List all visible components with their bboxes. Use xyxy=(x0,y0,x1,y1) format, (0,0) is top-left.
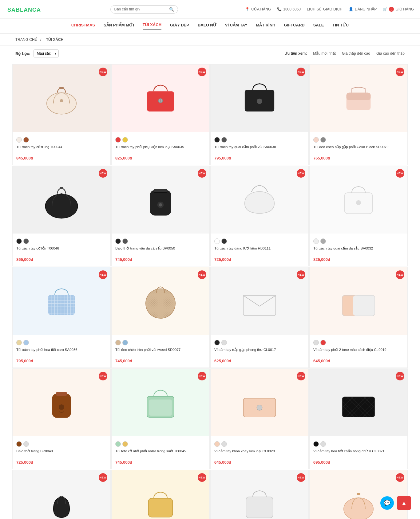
product-price: 625,000đ xyxy=(214,359,305,363)
nav-item-christmas[interactable]: CHRISTMAS xyxy=(71,23,95,29)
color-swatch[interactable] xyxy=(214,137,220,143)
product-card[interactable]: NEW Túi đeo chéo nắp gập phối Color Bloc… xyxy=(309,64,408,165)
color-swatch[interactable] xyxy=(221,340,227,345)
priority-label: Ưu tiên xem: xyxy=(284,51,307,56)
product-name: Túi xách tay cỡ lớn T00046 xyxy=(16,246,107,256)
logo[interactable]: SABLANCA xyxy=(6,3,43,15)
product-image-wrap: NEW xyxy=(211,166,308,234)
login-action[interactable]: 👤 ĐĂNG NHẬP xyxy=(349,7,377,11)
color-swatch[interactable] xyxy=(122,340,128,345)
product-image xyxy=(139,178,182,222)
product-image-wrap: NEW xyxy=(310,166,407,234)
color-swatch[interactable] xyxy=(16,441,22,447)
product-card[interactable]: NEW Túi xách tay quai cầm phối vải SA003… xyxy=(210,64,309,165)
product-card[interactable]: NEW Túi xách tay quai cầm đa sắc SA0032 … xyxy=(309,166,408,266)
color-swatch[interactable] xyxy=(23,340,29,345)
color-swatch[interactable] xyxy=(214,340,220,345)
color-swatch[interactable] xyxy=(313,137,319,143)
color-swatch[interactable] xyxy=(16,137,22,143)
color-swatch[interactable] xyxy=(23,441,29,447)
filter-select-wrap: Màu sắc xyxy=(34,49,59,57)
product-card[interactable]: NEW Balo thời trang vân da cá sấu BP0050… xyxy=(111,166,210,266)
product-card[interactable]: NEW Túi xách... xyxy=(12,470,111,519)
color-swatch[interactable] xyxy=(23,137,29,143)
product-image xyxy=(337,381,380,425)
color-swatch[interactable] xyxy=(320,441,326,447)
product-card[interactable]: NEW Túi xách... xyxy=(309,470,408,519)
color-swatch[interactable] xyxy=(115,441,121,447)
history-action[interactable]: LỊCH SỬ GIAO DỊCH xyxy=(307,7,343,11)
svg-rect-13 xyxy=(60,187,63,189)
product-name: Ví cầm tay nắp gập phong thư CL0017 xyxy=(214,347,305,357)
product-info: Túi xách tay phối hoa tiết caro SA0036 7… xyxy=(13,335,110,368)
store-action[interactable]: 📍 CỬA HÀNG xyxy=(245,7,271,11)
product-image-wrap: NEW xyxy=(112,470,209,519)
phone-action[interactable]: 📞 1800 6050 xyxy=(277,7,301,11)
color-filter-select[interactable]: Màu sắc xyxy=(34,49,59,57)
product-card[interactable]: NEW Túi xách tay dáng lưới liêm HB0111 7… xyxy=(210,166,309,266)
nav-item-tin-tuc[interactable]: TIN TỨC xyxy=(332,23,349,29)
color-swatch[interactable] xyxy=(214,441,220,447)
sort-price-desc[interactable]: Giá cao đến thấp xyxy=(376,51,405,56)
color-swatch[interactable] xyxy=(221,238,227,244)
product-image xyxy=(337,77,380,120)
color-swatch[interactable] xyxy=(23,238,29,244)
nav-item-new[interactable]: SẢN PHẨM MỚI xyxy=(104,23,134,29)
color-swatch[interactable] xyxy=(115,238,121,244)
product-card[interactable]: NEW Túi xách tay phối phụ kiện kim loại … xyxy=(111,64,210,165)
product-card[interactable]: NEW Balo thời trang BP0049 725,000đ xyxy=(12,368,111,469)
color-swatch[interactable] xyxy=(115,340,121,345)
search-icon[interactable]: 🔍 xyxy=(169,7,174,12)
product-card[interactable]: NEW Ví cầm tay khóa xoay kim loại CL0020… xyxy=(210,368,309,469)
sort-newest[interactable]: Mẫu mới nhất xyxy=(313,51,336,56)
nav-item-tui-xach[interactable]: TÚI XÁCH xyxy=(143,22,161,29)
product-name: Túi đeo chéo tròn phối vải tweed SD0077 xyxy=(115,347,206,357)
color-swatch[interactable] xyxy=(16,238,22,244)
nav-item-balo-nu[interactable]: BALO NỮ xyxy=(198,23,216,29)
product-card[interactable]: NEW Túi xách tay cỡ lớn T00046 865,000đ xyxy=(12,166,111,266)
cart-action[interactable]: 🛒 0 GIỎ HÀNG xyxy=(383,7,414,12)
nav-item-giftcard[interactable]: GIFTCARD xyxy=(284,23,305,29)
color-swatches xyxy=(16,137,107,143)
color-swatch[interactable] xyxy=(320,137,326,143)
nav-item-sale[interactable]: SALE xyxy=(313,23,324,29)
product-card[interactable]: NEW Túi tote cỡ nhỏ phối nhựa trong suốt… xyxy=(111,368,210,469)
nav-item-mat-kinh[interactable]: MẮT KÍNH xyxy=(256,23,275,29)
color-swatch[interactable] xyxy=(313,238,319,244)
svg-point-2 xyxy=(47,92,76,114)
color-swatch[interactable] xyxy=(221,137,227,143)
color-swatch[interactable] xyxy=(214,238,220,244)
product-image xyxy=(139,381,182,425)
nav-item-vi-cam-tay[interactable]: VÍ CẦM TAY xyxy=(225,23,248,29)
color-swatch[interactable] xyxy=(221,441,227,447)
product-card[interactable]: NEW Túi xách... xyxy=(111,470,210,519)
color-swatch[interactable] xyxy=(122,441,128,447)
color-swatch[interactable] xyxy=(115,137,121,143)
color-swatch[interactable] xyxy=(122,238,128,244)
chat-button[interactable]: 💬 xyxy=(380,496,394,510)
breadcrumb-home[interactable]: TRANG CHỦ xyxy=(15,37,38,42)
color-swatch[interactable] xyxy=(313,441,319,447)
color-swatch[interactable] xyxy=(313,340,319,345)
product-name: Ví cầm tay phối 2 tone màu cách điệu CL0… xyxy=(313,347,404,357)
product-image-wrap: NEW xyxy=(310,65,407,132)
sort-price-asc[interactable]: Giá thấp đến cao xyxy=(342,51,370,56)
product-card[interactable]: NEW Túi xách... xyxy=(210,470,309,519)
product-card[interactable]: NEW Ví cầm tay hoa tiết chần bông chữ V … xyxy=(309,368,408,469)
nav-item-giay-dep[interactable]: GIÀY DÉP xyxy=(170,23,189,29)
color-swatch[interactable] xyxy=(320,340,326,345)
color-swatch[interactable] xyxy=(320,238,326,244)
scroll-top-button[interactable]: ▲ xyxy=(397,496,411,510)
product-info: Túi xách tay cỡ lớn T00046 865,000đ xyxy=(13,234,110,266)
new-badge: NEW xyxy=(198,169,206,178)
search-input[interactable] xyxy=(114,7,169,11)
color-swatch[interactable] xyxy=(16,340,22,345)
product-card[interactable]: NEW Ví cầm tay phối 2 tone màu cách điệu… xyxy=(309,267,408,368)
color-swatch[interactable] xyxy=(122,137,128,143)
svg-point-4 xyxy=(60,99,63,102)
svg-point-9 xyxy=(257,98,262,104)
product-card[interactable]: NEW Túi đeo chéo tròn phối vải tweed SD0… xyxy=(111,267,210,368)
product-card[interactable]: NEW Túi xách tay phối hoa tiết caro SA00… xyxy=(12,267,111,368)
product-card[interactable]: NEW Túi xách tay cỡ trung T00044 845,000… xyxy=(12,64,111,165)
product-card[interactable]: NEW Ví cầm tay nắp gập phong thư CL0017 … xyxy=(210,267,309,368)
